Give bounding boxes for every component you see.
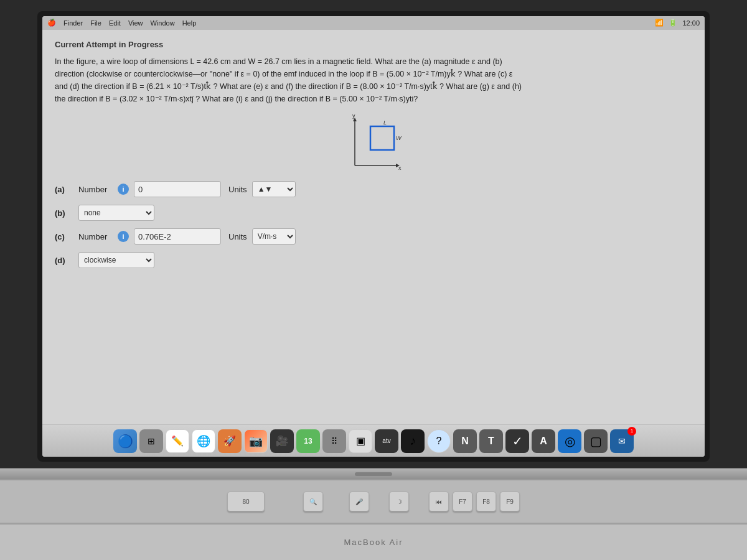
a-label: A xyxy=(540,436,547,447)
attempt-header: Current Attempt in Progress xyxy=(55,40,692,49)
dock-icon-square[interactable]: ▢ xyxy=(584,429,608,453)
answer-rows: (a) Number i Units ▲▼ (b) none xyxy=(55,181,692,268)
key-moon[interactable]: ☽ xyxy=(389,492,409,511)
dock-icon-mail[interactable]: ✉ 1 xyxy=(610,429,634,453)
dock-icon-chrome[interactable]: 🌐 xyxy=(192,429,215,453)
number-input-c[interactable] xyxy=(134,228,221,245)
svg-text:x: x xyxy=(398,165,402,171)
key-F8[interactable]: F8 xyxy=(476,492,496,511)
key-rewind[interactable]: ⏮ xyxy=(429,492,449,511)
dock-icon-atv[interactable]: atv xyxy=(375,429,398,453)
svg-rect-6 xyxy=(370,126,394,150)
laptop-bottom: MacBook Air xyxy=(0,523,747,560)
answer-row-c: (c) Number i Units V/m·s V/m mV xyxy=(55,228,692,245)
dock-icon-safari[interactable]: ◎ xyxy=(558,429,581,453)
mail-badge: 1 xyxy=(627,427,636,436)
label-c: (c) xyxy=(55,232,73,241)
dock-icon-pencil[interactable]: ✏️ xyxy=(166,429,189,453)
number-input-a[interactable] xyxy=(134,181,221,197)
dock-icon-badge[interactable]: 13 xyxy=(296,429,320,453)
direction-select-b[interactable]: none clockwise counterclockwise xyxy=(78,205,154,221)
units-label-c: Units xyxy=(228,232,247,241)
key-search[interactable]: 🔍 xyxy=(303,492,323,511)
dock-icon-help[interactable]: ? xyxy=(427,429,451,453)
time-display: 12:00 xyxy=(682,19,700,27)
dock-icon-finder[interactable]: 🔵 xyxy=(113,429,137,453)
dock-icon-T[interactable]: T xyxy=(479,429,503,453)
wifi-icon: 📶 xyxy=(655,19,664,27)
n-label: N xyxy=(461,436,469,447)
dock-icon-music[interactable]: ♪ xyxy=(401,429,425,453)
menu-bar-right: 📶 🔋 12:00 xyxy=(655,19,700,27)
battery-icon: 🔋 xyxy=(669,19,677,27)
edit-menu[interactable]: Edit xyxy=(109,19,121,27)
wire-loop-diagram: y x L W xyxy=(336,113,411,175)
content-area: Current Attempt in Progress In the figur… xyxy=(42,30,705,424)
view-menu[interactable]: View xyxy=(128,19,143,27)
label-d: (d) xyxy=(55,256,73,265)
file-menu[interactable]: File xyxy=(90,19,101,27)
type-a: Number xyxy=(78,185,113,194)
answer-row-d: (d) clockwise counterclockwise none xyxy=(55,252,692,268)
macbook-label: MacBook Air xyxy=(344,538,403,547)
laptop-display: 🍎 Finder File Edit View Window Help 📶 🔋 … xyxy=(0,0,747,468)
dock-icon-grid[interactable]: ⊞ xyxy=(139,429,163,453)
svg-text:L: L xyxy=(383,119,387,126)
t-label: T xyxy=(488,436,494,447)
screen-bezel: 🍎 Finder File Edit View Window Help 📶 🔋 … xyxy=(37,11,710,462)
question-line3: and (d) the direction if B = (6.21 × 10⁻… xyxy=(55,82,522,91)
dock-icon-N[interactable]: N xyxy=(453,429,477,453)
question-line2: direction (clockwise or counterclockwise… xyxy=(55,70,512,78)
type-c: Number xyxy=(78,232,113,241)
answer-row-b: (b) none clockwise counterclockwise xyxy=(55,205,692,221)
screen: 🍎 Finder File Edit View Window Help 📶 🔋 … xyxy=(42,16,705,457)
diagram-container: y x L W xyxy=(55,113,692,175)
key-80[interactable]: 80 xyxy=(227,492,265,511)
laptop-hinge xyxy=(0,468,747,479)
mail-icon: ✉ xyxy=(618,436,626,446)
keyboard-area: 80 🔍 🎤 ☽ ⏮ F7 F8 F9 xyxy=(0,479,747,523)
apple-menu[interactable]: 🍎 xyxy=(47,19,56,27)
question-text: In the figure, a wire loop of dimensions… xyxy=(55,55,692,105)
direction-select-d[interactable]: clockwise counterclockwise none xyxy=(78,252,154,268)
answer-row-a: (a) Number i Units ▲▼ xyxy=(55,181,692,197)
svg-text:W: W xyxy=(396,135,402,141)
dock-icon-video[interactable]: 🎥 xyxy=(270,429,294,453)
dock-icon-A[interactable]: A xyxy=(532,429,555,453)
key-mic[interactable]: 🎤 xyxy=(349,492,369,511)
svg-text:y: y xyxy=(352,113,355,119)
dock-icon-slash[interactable]: ✓ xyxy=(505,429,529,453)
dock-icon-camera[interactable]: 📷 xyxy=(244,429,268,453)
label-a: (a) xyxy=(55,185,73,194)
key-F9[interactable]: F9 xyxy=(500,492,520,511)
units-label-a: Units xyxy=(228,185,247,194)
question-line1: In the figure, a wire loop of dimensions… xyxy=(55,57,502,66)
dock-icon-window[interactable]: ▣ xyxy=(349,429,372,453)
units-select-a[interactable]: ▲▼ xyxy=(252,181,296,197)
dock-icon-launchpad[interactable]: 🚀 xyxy=(218,429,242,453)
question-line4: the direction if B = (3.02 × 10⁻² T/m·s)… xyxy=(55,95,418,103)
window-menu[interactable]: Window xyxy=(151,19,175,27)
key-F7[interactable]: F7 xyxy=(453,492,472,511)
hinge-detail xyxy=(355,472,392,476)
label-b: (b) xyxy=(55,208,73,218)
info-button-a[interactable]: i xyxy=(118,184,129,195)
dock-bar: 🔵 ⊞ ✏️ 🌐 🚀 📷 🎥 13 ⠿ ▣ atv ♪ ? N xyxy=(42,424,705,457)
finder-menu[interactable]: Finder xyxy=(63,19,83,27)
help-menu[interactable]: Help xyxy=(182,19,197,27)
info-button-c[interactable]: i xyxy=(118,231,129,242)
units-select-c[interactable]: V/m·s V/m mV xyxy=(252,228,296,245)
dock-icon-dots[interactable]: ⠿ xyxy=(322,429,346,453)
atv-label: atv xyxy=(382,437,390,444)
menu-bar: 🍎 Finder File Edit View Window Help 📶 🔋 … xyxy=(42,16,705,30)
badge-label: 13 xyxy=(304,437,312,446)
